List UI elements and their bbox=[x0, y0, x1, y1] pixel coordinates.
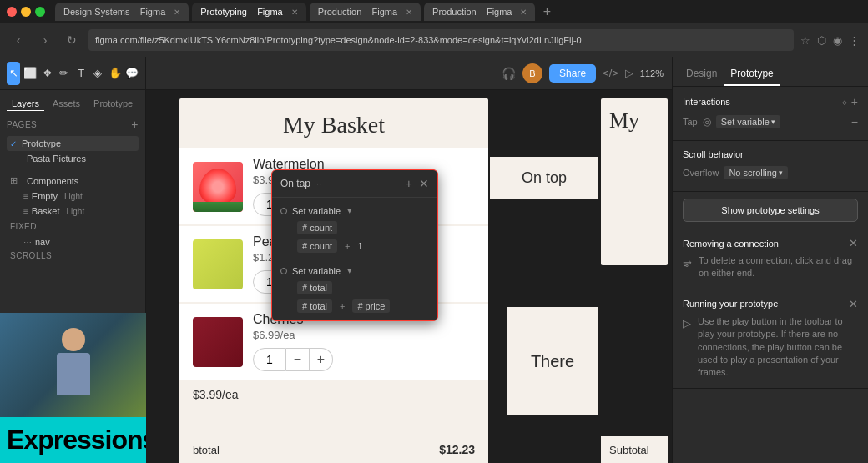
component-group[interactable]: ⊞ Components bbox=[7, 173, 139, 189]
remove-interaction-icon[interactable]: − bbox=[851, 115, 858, 128]
total-value-var[interactable]: # total bbox=[297, 299, 332, 313]
back-button[interactable]: ‹ bbox=[8, 30, 28, 50]
sidebar-section-layers: Layers Assets Prototype Pages + ✓ Protot… bbox=[0, 90, 145, 173]
right-panel-tabs: Design Prototype bbox=[673, 57, 868, 87]
radio-icon-2[interactable] bbox=[280, 268, 287, 274]
tab-design[interactable]: Design bbox=[679, 63, 724, 86]
show-prototype-settings-button[interactable]: Show prototype settings bbox=[683, 199, 858, 222]
tab-close-icon[interactable]: ✕ bbox=[291, 8, 298, 17]
cherries-image bbox=[193, 317, 243, 367]
extension-icon[interactable]: ⬡ bbox=[817, 34, 826, 47]
app-layout: ↖ ⬜ ❖ ✏ T ◈ ✋ 💬 Layers Assets Prototype … bbox=[0, 57, 868, 463]
running-prototype-header: Running your prototype ✕ bbox=[683, 298, 858, 310]
on-tap-add-icon[interactable]: + bbox=[406, 177, 412, 190]
set-variable-dropdown[interactable]: Set variable ▾ bbox=[716, 115, 780, 128]
user-avatar: B bbox=[522, 63, 542, 83]
frame-tool[interactable]: ⬜ bbox=[23, 62, 37, 85]
tab-assets[interactable]: Assets bbox=[48, 97, 85, 111]
forward-button[interactable]: › bbox=[35, 30, 55, 50]
tab-production-2[interactable]: Production – Figma ✕ bbox=[424, 3, 535, 21]
comment-tool[interactable]: 💬 bbox=[125, 62, 139, 85]
pen-tool[interactable]: ✏ bbox=[58, 62, 71, 85]
component-item-icon: ≡ bbox=[23, 207, 28, 216]
address-text: figma.com/file/z5KdmxIUkTSiY6cmNz8iio/Pr… bbox=[95, 35, 582, 45]
cherries-price: $6.99/ea bbox=[253, 329, 475, 341]
count-var[interactable]: # count bbox=[297, 221, 337, 234]
component-basket[interactable]: ≡ Basket Light bbox=[7, 204, 139, 219]
removing-connection-text: To delete a connection, click and drag o… bbox=[699, 254, 858, 280]
no-scrolling-dropdown[interactable]: No scrolling ▾ bbox=[724, 166, 787, 179]
removing-close-icon[interactable]: ✕ bbox=[849, 237, 858, 249]
component-empty[interactable]: ≡ Empty Light bbox=[7, 189, 139, 204]
cherries-decrement[interactable]: − bbox=[286, 348, 310, 371]
subtotal-label: btotal bbox=[193, 444, 220, 456]
cherries-increment[interactable]: + bbox=[310, 348, 333, 371]
sidebar-section-components: ⊞ Components ≡ Empty Light ≡ Basket Ligh… bbox=[0, 173, 145, 269]
hand-tool[interactable]: ✋ bbox=[108, 62, 122, 85]
profile-icon[interactable]: ◉ bbox=[833, 34, 842, 47]
tab-prototyping[interactable]: Prototyping – Figma ✕ bbox=[192, 3, 305, 21]
partial-frame-right: My bbox=[601, 98, 668, 265]
headphone-icon[interactable]: 🎧 bbox=[502, 67, 516, 80]
share-button[interactable]: Share bbox=[549, 64, 596, 83]
tab-design-systems[interactable]: Design Systems – Figma ✕ bbox=[55, 3, 189, 21]
play-icon[interactable]: ▷ bbox=[625, 67, 633, 79]
code-icon[interactable]: </> bbox=[603, 67, 618, 79]
close-button[interactable] bbox=[7, 7, 17, 17]
removing-connection-section: Removing a connection ✕ ⥵ To delete a co… bbox=[673, 229, 868, 289]
on-tap-dialog: On tap ··· + ✕ Set variable ▾ bbox=[271, 169, 438, 321]
tab-prototype[interactable]: Prototype bbox=[724, 63, 780, 86]
shape-tool[interactable]: ◈ bbox=[91, 62, 104, 85]
move-tool[interactable]: ↖ bbox=[7, 62, 20, 85]
nav-item[interactable]: ⋯ nav bbox=[7, 234, 139, 249]
add-page-icon[interactable]: + bbox=[131, 118, 139, 131]
minimize-button[interactable] bbox=[21, 7, 31, 17]
sidebar-tabs: Layers Assets Prototype bbox=[7, 97, 139, 111]
subtotal-right-bar: Subtotal bbox=[601, 436, 668, 463]
tab-close-icon[interactable]: ✕ bbox=[520, 8, 527, 17]
price-var[interactable]: # price bbox=[352, 299, 390, 313]
refresh-button[interactable]: ↻ bbox=[62, 30, 82, 50]
tab-close-icon[interactable]: ✕ bbox=[406, 8, 412, 17]
component-tool[interactable]: ❖ bbox=[41, 62, 54, 85]
zoom-level: 112% bbox=[640, 68, 664, 78]
interactions-add-icon[interactable]: + bbox=[851, 95, 858, 108]
total-var[interactable]: # total bbox=[297, 281, 332, 294]
address-input[interactable]: figma.com/file/z5KdmxIUkTSiY6cmNz8iio/Pr… bbox=[88, 29, 794, 51]
running-close-icon[interactable]: ✕ bbox=[849, 298, 858, 310]
subtotal-right-label: Subtotal bbox=[609, 444, 649, 456]
page-prototype[interactable]: ✓ Prototype bbox=[7, 136, 139, 151]
tab-production-1[interactable]: Production – Figma ✕ bbox=[310, 3, 421, 21]
set-variable-row-2: Set variable ▾ bbox=[272, 263, 437, 279]
video-preview bbox=[0, 313, 146, 417]
fullscreen-button[interactable] bbox=[35, 7, 45, 17]
chevron-icon-1[interactable]: ▾ bbox=[347, 205, 352, 216]
subtotal-bar: btotal $12.23 bbox=[179, 436, 488, 463]
text-tool[interactable]: T bbox=[74, 62, 88, 85]
basket-badge: Light bbox=[66, 207, 84, 216]
tab-close-icon[interactable]: ✕ bbox=[174, 8, 180, 17]
empty-badge: Light bbox=[64, 192, 83, 201]
component-icon: ⊞ bbox=[10, 175, 22, 186]
chevron-icon-2[interactable]: ▾ bbox=[347, 265, 352, 276]
on-tap-close-icon[interactable]: ✕ bbox=[419, 177, 429, 190]
radio-icon[interactable] bbox=[280, 208, 287, 214]
browser-chrome: Design Systems – Figma ✕ Prototyping – F… bbox=[0, 0, 868, 57]
cherries-counter: 1 − + bbox=[253, 348, 475, 371]
chevron-icon: ▾ bbox=[779, 169, 783, 177]
new-tab-button[interactable]: + bbox=[538, 3, 555, 20]
page-pasta-pictures[interactable]: Pasta Pictures bbox=[7, 151, 139, 166]
set-variable-label-2: Set variable bbox=[292, 266, 341, 276]
browser-tab-bar: Design Systems – Figma ✕ Prototyping – F… bbox=[0, 0, 868, 23]
tab-layers[interactable]: Layers bbox=[7, 97, 44, 111]
count-value-var[interactable]: # count bbox=[297, 239, 337, 253]
menu-icon[interactable]: ⋮ bbox=[849, 34, 860, 47]
on-tap-title: On tap bbox=[280, 178, 310, 189]
tab-label: Production – Figma bbox=[432, 7, 512, 17]
tab-prototype[interactable]: Prototype bbox=[88, 97, 138, 111]
bookmark-icon[interactable]: ☆ bbox=[800, 34, 810, 47]
interactions-variable-icon[interactable]: ⬦ bbox=[841, 95, 848, 108]
tab-label: Prototyping – Figma bbox=[200, 7, 282, 17]
there-frame: There bbox=[507, 307, 598, 415]
person-body bbox=[57, 353, 90, 395]
